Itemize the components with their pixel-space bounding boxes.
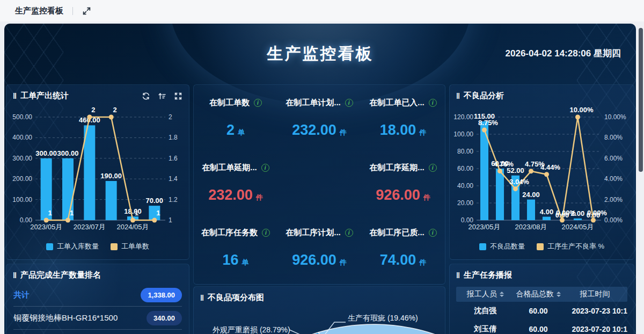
chart-text: 1	[169, 216, 172, 224]
kpi-label: 在制工单已入...	[369, 98, 425, 108]
sort-icon[interactable]	[557, 292, 561, 297]
line-point	[497, 169, 502, 173]
task-table-body: 沈自强60.002023-07-23 10:1刘玉倩60.002023-07-2…	[456, 302, 627, 334]
kpi-card: 在制工序延期...i926.00件	[361, 154, 445, 219]
page-scrollbar-thumb[interactable]	[639, 28, 643, 172]
fullscreen-icon[interactable]	[174, 92, 182, 100]
chart-text: 400.00	[12, 134, 32, 141]
chart-text: 40.00	[457, 182, 473, 190]
fullscreen-expand-icon[interactable]	[82, 6, 91, 16]
panel-work-order-output: ‖ 工单产出统计	[6, 84, 189, 260]
chart-text: 100.00	[453, 130, 473, 138]
kpi-value: 232.00	[292, 122, 336, 139]
chart-text: 500.00	[12, 113, 32, 121]
legend-item[interactable]: 不良品数量	[479, 242, 525, 251]
line-point	[482, 128, 487, 133]
topbar-divider	[72, 7, 73, 15]
kpi-label: 在制工序任务数	[201, 228, 258, 238]
topbar-title: 生产监控看板	[15, 6, 63, 16]
line-point	[109, 115, 114, 120]
chart-text: 0.00%	[556, 209, 576, 217]
info-icon[interactable]: i	[261, 164, 269, 172]
chart-text: 18.00	[124, 207, 142, 215]
kpi-value-row: 926.00件	[376, 187, 430, 204]
kpi-value-row: 18.00件	[380, 122, 427, 139]
defect-analysis-panel-title: 不良品分析	[464, 91, 504, 101]
panel-defect-analysis: ‖ 不良品分析 0.0020.0040.0060.0080.00100.0012…	[449, 84, 634, 260]
task-report-table: 报工人员合格品总数报工时间 沈自强60.002023-07-23 10:1刘玉倩…	[456, 287, 627, 334]
chart-text: 80.00	[457, 148, 473, 155]
chart-text: 4.76%	[494, 160, 514, 168]
dashboard-header: 生产监控看板 2026-04-02 14:28:06 星期四	[4, 24, 636, 83]
work-order-panel-title: 工单产出统计	[20, 91, 69, 101]
chart-text: 200.00	[12, 175, 32, 183]
sort-icon[interactable]	[158, 92, 166, 100]
chart-text: 1	[135, 209, 138, 217]
defect-chart-legend: 不良品数量工序生产不良率 %	[453, 242, 631, 251]
kpi-card: 在制工单已入...i18.00件	[361, 89, 445, 154]
work-order-output-chart: 0.00100.00200.00300.00400.00500.0011.21.…	[10, 103, 182, 238]
info-icon[interactable]: i	[262, 229, 270, 237]
refresh-icon[interactable]	[142, 92, 150, 100]
legend-label: 工序生产不良率 %	[547, 242, 604, 251]
panel-title-row: ‖ 产品完成生产数量排名	[6, 264, 189, 282]
table-header-label: 报工人员	[467, 289, 497, 299]
legend-item[interactable]: 工单入库数量	[46, 242, 99, 251]
info-icon[interactable]: i	[254, 99, 262, 107]
pie-slice[interactable]	[319, 324, 445, 334]
kpi-value-row: 926.00件	[292, 252, 347, 268]
title-marker: ‖	[456, 92, 460, 100]
kpi-unit: 单	[242, 258, 249, 267]
chart-text: 2	[169, 113, 172, 121]
info-icon[interactable]: i	[429, 164, 437, 172]
kpi-value: 18.00	[380, 122, 416, 139]
kpi-unit: 件	[340, 258, 347, 267]
table-header-cell[interactable]: 报工人员	[456, 289, 514, 299]
kpi-card: 在制工序已质...i74.00件	[361, 219, 445, 284]
table-row[interactable]: 刘玉倩60.002023-07-20 10:1	[456, 320, 627, 334]
ranking-row[interactable]: 铜覆钢接地棒BH-GR16*1500340.00	[13, 307, 182, 330]
chart-text: 2	[113, 106, 117, 114]
info-icon[interactable]: i	[429, 99, 437, 107]
chart-text: 70.00	[146, 197, 164, 205]
chart-text: 300.00	[35, 149, 57, 157]
line-point	[529, 169, 533, 173]
info-icon[interactable]: i	[345, 99, 353, 107]
line-point	[44, 218, 49, 223]
sort-icon[interactable]	[500, 292, 504, 297]
legend-item[interactable]: 工单单数	[111, 242, 149, 251]
chart-text: 2023/07月	[74, 223, 106, 231]
table-header-label: 报工时间	[580, 289, 610, 299]
task-table-header: 报工人员合格品总数报工时间	[456, 287, 627, 302]
kpi-label-row: 在制工单数i	[209, 98, 262, 108]
panel-toolbar	[142, 92, 182, 100]
ranking-row[interactable]	[13, 330, 182, 334]
task-report-panel-title: 生产任务播报	[464, 270, 512, 280]
table-header-cell: 报工时间	[562, 289, 627, 299]
chart-text: 2	[91, 106, 95, 114]
kpi-label-row: 在制工单延期...i	[202, 163, 269, 173]
chart-text: 4.00	[540, 208, 553, 216]
kpi-label: 在制工序已质...	[369, 228, 425, 238]
kpi-label-row: 在制工序延期...i	[369, 163, 437, 173]
table-row[interactable]: 沈自强60.002023-07-23 10:1	[456, 302, 627, 320]
legend-item[interactable]: 工序生产不良率 %	[537, 242, 604, 251]
table-header-label: 合格品总数	[516, 289, 554, 299]
info-icon[interactable]: i	[429, 229, 437, 237]
kpi-value-row: 16单	[222, 252, 248, 268]
legend-label: 工单入库数量	[57, 242, 99, 251]
legend-swatch	[111, 243, 118, 250]
ranking-label: 铜覆钢接地棒BH-GR16*1500	[13, 313, 118, 323]
page-scrollbar-track[interactable]	[638, 24, 644, 334]
ranking-row[interactable]: 共计1,338.00	[13, 284, 182, 307]
bar	[84, 125, 95, 220]
kpi-label-row: 在制工单已入...i	[369, 98, 437, 108]
table-header-cell[interactable]: 合格品总数	[514, 289, 562, 299]
legend-swatch	[46, 243, 53, 250]
chart-text: 24.00	[522, 191, 540, 199]
kpi-empty-cell	[277, 154, 361, 219]
kpi-label-row: 在制工序任务数i	[201, 228, 270, 238]
table-cell: 2023-07-20 10:1	[562, 325, 627, 333]
info-icon[interactable]: i	[345, 229, 353, 237]
chart-text: 190.00	[100, 172, 122, 180]
